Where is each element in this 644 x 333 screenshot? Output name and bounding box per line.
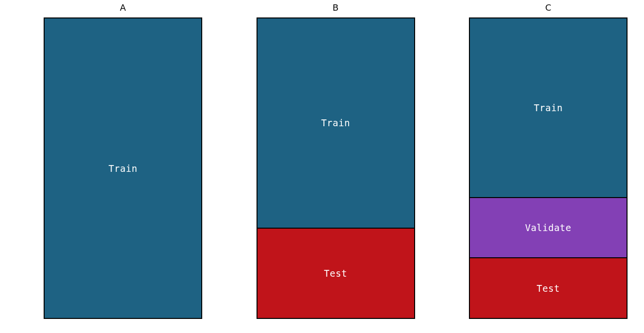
panel-c-train-label: Train: [534, 102, 563, 113]
panel-c-validate-segment: Validate: [470, 197, 627, 258]
panel-c-title: C: [545, 3, 551, 17]
panel-b-train-label: Train: [321, 117, 350, 128]
panel-a-title: A: [120, 3, 126, 17]
panel-c-test-segment: Test: [470, 257, 627, 318]
panel-b-stack: Train Test: [257, 17, 415, 319]
panel-b-title: B: [333, 3, 338, 17]
panel-a-train-segment: Train: [45, 18, 201, 318]
panels-row: A Train B Train Test C Train Validate: [44, 3, 628, 322]
panel-b-train-segment: Train: [258, 18, 414, 228]
panel-a-stack: Train: [44, 17, 202, 319]
panel-c-test-label: Test: [537, 283, 560, 294]
panel-c: C Train Validate Test: [469, 3, 628, 319]
panel-c-stack: Train Validate Test: [469, 17, 628, 319]
panel-c-validate-label: Validate: [525, 222, 572, 233]
panel-b-test-segment: Test: [258, 228, 414, 318]
panel-b: B Train Test: [257, 3, 415, 319]
panel-c-train-segment: Train: [470, 18, 627, 197]
panel-b-test-label: Test: [324, 268, 347, 279]
panel-a-train-label: Train: [109, 163, 138, 174]
panel-a: A Train: [44, 3, 202, 319]
